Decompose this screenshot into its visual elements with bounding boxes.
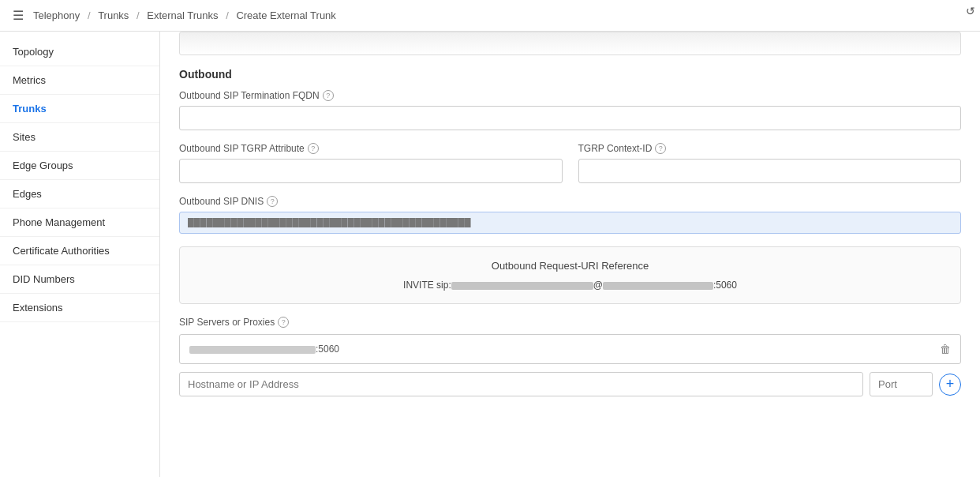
sip-server-item: :5060 🗑 bbox=[179, 334, 961, 364]
menu-icon[interactable]: ☰ bbox=[13, 8, 24, 23]
port-input[interactable] bbox=[870, 372, 933, 396]
outbound-sip-tgrp-label: Outbound SIP TGRP Attribute ? bbox=[179, 143, 563, 154]
tgrp-context-help-icon[interactable]: ? bbox=[655, 143, 666, 154]
breadcrumb-sep-2: / bbox=[133, 9, 142, 21]
sidebar-item-certificate-authorities[interactable]: Certificate Authorities bbox=[0, 237, 159, 265]
sidebar-item-edges[interactable]: Edges bbox=[0, 180, 159, 208]
outbound-section-title: Outbound bbox=[179, 68, 961, 81]
sidebar: Topology Metrics Trunks Sites Edge Group… bbox=[0, 32, 160, 477]
sidebar-item-trunks[interactable]: Trunks bbox=[0, 95, 159, 123]
breadcrumb-sep-1: / bbox=[84, 9, 93, 21]
breadcrumb-trunks[interactable]: Trunks bbox=[98, 9, 129, 21]
sip-servers-help-icon[interactable]: ? bbox=[278, 317, 289, 328]
sidebar-item-phone-management[interactable]: Phone Management bbox=[0, 208, 159, 237]
reference-box: Outbound Request-URI Reference INVITE si… bbox=[179, 246, 961, 304]
scrolled-content-hint bbox=[179, 32, 961, 55]
content-area: Outbound Outbound SIP Termination FQDN ?… bbox=[160, 32, 980, 477]
sidebar-item-did-numbers[interactable]: DID Numbers bbox=[0, 265, 159, 294]
sidebar-item-metrics[interactable]: Metrics bbox=[0, 66, 159, 95]
outbound-sip-fqdn-label: Outbound SIP Termination FQDN ? bbox=[179, 90, 961, 101]
breadcrumb-create-external-trunk: Create External Trunk bbox=[236, 9, 335, 21]
sidebar-item-extensions[interactable]: Extensions bbox=[0, 294, 159, 322]
breadcrumb-external-trunks[interactable]: External Trunks bbox=[147, 9, 218, 21]
outbound-dnis-label: Outbound SIP DNIS ? ↺ bbox=[179, 196, 961, 207]
sip-servers-section: SIP Servers or Proxies ? :5060 🗑 + bbox=[179, 317, 961, 396]
add-server-row: + bbox=[179, 372, 961, 396]
tgrp-context-input[interactable] bbox=[578, 159, 962, 183]
reference-box-title: Outbound Request-URI Reference bbox=[193, 260, 948, 272]
sidebar-item-edge-groups[interactable]: Edge Groups bbox=[0, 152, 159, 180]
breadcrumb-sep-3: / bbox=[223, 9, 232, 21]
breadcrumb-telephony[interactable]: Telephony bbox=[33, 9, 80, 21]
outbound-sip-tgrp-input[interactable] bbox=[179, 159, 563, 183]
outbound-sip-fqdn-row: Outbound SIP Termination FQDN ? bbox=[179, 90, 961, 130]
breadcrumb: Telephony / Trunks / External Trunks / C… bbox=[33, 9, 336, 21]
main-layout: Topology Metrics Trunks Sites Edge Group… bbox=[0, 32, 980, 477]
sip-server-value: :5060 bbox=[189, 344, 339, 355]
tgrp-context-label: TGRP Context-ID ? bbox=[578, 143, 962, 154]
topbar: ☰ Telephony / Trunks / External Trunks /… bbox=[0, 0, 980, 32]
outbound-dnis-help-icon[interactable]: ? bbox=[267, 196, 278, 207]
tgrp-context-group: TGRP Context-ID ? bbox=[578, 143, 962, 183]
add-server-button[interactable]: + bbox=[939, 374, 961, 396]
outbound-dnis-row: Outbound SIP DNIS ? ↺ bbox=[179, 196, 961, 234]
reference-box-value: INVITE sip:@:5060 bbox=[193, 280, 948, 291]
outbound-sip-fqdn-help-icon[interactable]: ? bbox=[323, 90, 334, 101]
hostname-input[interactable] bbox=[179, 372, 863, 396]
sidebar-item-sites[interactable]: Sites bbox=[0, 123, 159, 152]
outbound-dnis-input[interactable] bbox=[179, 212, 961, 234]
outbound-sip-tgrp-group: Outbound SIP TGRP Attribute ? bbox=[179, 143, 563, 183]
sidebar-item-topology[interactable]: Topology bbox=[0, 38, 159, 66]
sip-servers-label: SIP Servers or Proxies ? bbox=[179, 317, 961, 328]
tgrp-row: Outbound SIP TGRP Attribute ? TGRP Conte… bbox=[179, 143, 961, 183]
outbound-sip-fqdn-input[interactable] bbox=[179, 106, 961, 130]
sip-server-delete-icon[interactable]: 🗑 bbox=[940, 343, 951, 355]
outbound-sip-tgrp-help-icon[interactable]: ? bbox=[308, 143, 319, 154]
